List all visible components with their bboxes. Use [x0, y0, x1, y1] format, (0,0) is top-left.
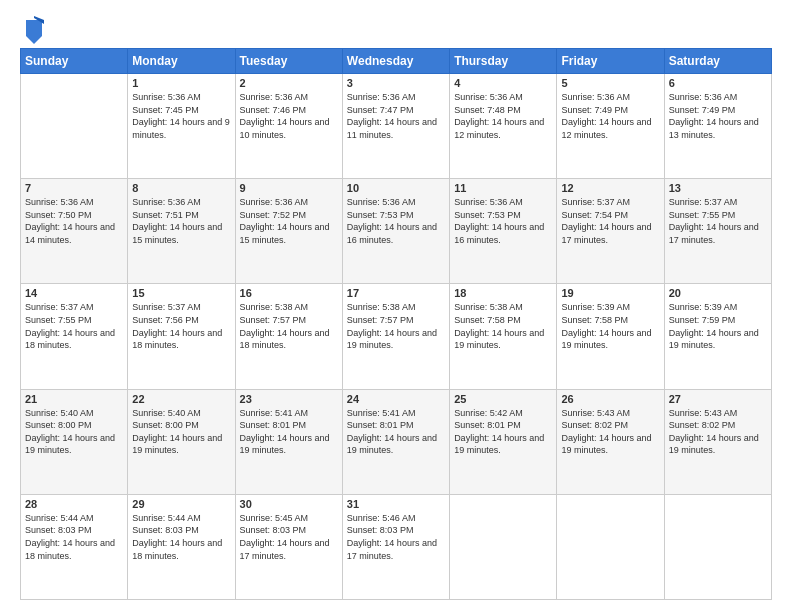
day-number: 17: [347, 287, 445, 299]
day-info: Sunrise: 5:40 AMSunset: 8:00 PMDaylight:…: [132, 408, 222, 456]
day-number: 12: [561, 182, 659, 194]
calendar-week-row: 14Sunrise: 5:37 AMSunset: 7:55 PMDayligh…: [21, 284, 772, 389]
day-info: Sunrise: 5:43 AMSunset: 8:02 PMDaylight:…: [669, 408, 759, 456]
day-number: 30: [240, 498, 338, 510]
day-info: Sunrise: 5:41 AMSunset: 8:01 PMDaylight:…: [347, 408, 437, 456]
calendar-cell: 24Sunrise: 5:41 AMSunset: 8:01 PMDayligh…: [342, 389, 449, 494]
day-number: 5: [561, 77, 659, 89]
calendar-cell: 5Sunrise: 5:36 AMSunset: 7:49 PMDaylight…: [557, 74, 664, 179]
day-info: Sunrise: 5:37 AMSunset: 7:56 PMDaylight:…: [132, 302, 222, 350]
calendar-cell: 7Sunrise: 5:36 AMSunset: 7:50 PMDaylight…: [21, 179, 128, 284]
day-number: 19: [561, 287, 659, 299]
day-number: 20: [669, 287, 767, 299]
calendar-cell: 28Sunrise: 5:44 AMSunset: 8:03 PMDayligh…: [21, 494, 128, 599]
calendar-cell: 6Sunrise: 5:36 AMSunset: 7:49 PMDaylight…: [664, 74, 771, 179]
day-info: Sunrise: 5:39 AMSunset: 7:59 PMDaylight:…: [669, 302, 759, 350]
day-info: Sunrise: 5:44 AMSunset: 8:03 PMDaylight:…: [25, 513, 115, 561]
day-info: Sunrise: 5:41 AMSunset: 8:01 PMDaylight:…: [240, 408, 330, 456]
day-info: Sunrise: 5:36 AMSunset: 7:51 PMDaylight:…: [132, 197, 222, 245]
calendar-cell: 29Sunrise: 5:44 AMSunset: 8:03 PMDayligh…: [128, 494, 235, 599]
col-friday: Friday: [557, 49, 664, 74]
calendar-cell: 11Sunrise: 5:36 AMSunset: 7:53 PMDayligh…: [450, 179, 557, 284]
calendar-cell: 27Sunrise: 5:43 AMSunset: 8:02 PMDayligh…: [664, 389, 771, 494]
calendar-cell: [450, 494, 557, 599]
logo: [20, 20, 46, 44]
calendar-cell: [557, 494, 664, 599]
col-monday: Monday: [128, 49, 235, 74]
day-info: Sunrise: 5:36 AMSunset: 7:46 PMDaylight:…: [240, 92, 330, 140]
day-info: Sunrise: 5:44 AMSunset: 8:03 PMDaylight:…: [132, 513, 222, 561]
day-number: 24: [347, 393, 445, 405]
calendar-cell: 12Sunrise: 5:37 AMSunset: 7:54 PMDayligh…: [557, 179, 664, 284]
day-info: Sunrise: 5:36 AMSunset: 7:52 PMDaylight:…: [240, 197, 330, 245]
calendar-cell: 1Sunrise: 5:36 AMSunset: 7:45 PMDaylight…: [128, 74, 235, 179]
day-number: 22: [132, 393, 230, 405]
page: Sunday Monday Tuesday Wednesday Thursday…: [0, 0, 792, 612]
calendar-week-row: 7Sunrise: 5:36 AMSunset: 7:50 PMDaylight…: [21, 179, 772, 284]
logo-icon: [22, 16, 46, 44]
day-info: Sunrise: 5:36 AMSunset: 7:49 PMDaylight:…: [561, 92, 651, 140]
day-info: Sunrise: 5:38 AMSunset: 7:57 PMDaylight:…: [240, 302, 330, 350]
day-info: Sunrise: 5:36 AMSunset: 7:50 PMDaylight:…: [25, 197, 115, 245]
calendar-cell: 31Sunrise: 5:46 AMSunset: 8:03 PMDayligh…: [342, 494, 449, 599]
calendar-cell: 30Sunrise: 5:45 AMSunset: 8:03 PMDayligh…: [235, 494, 342, 599]
col-sunday: Sunday: [21, 49, 128, 74]
calendar-cell: 18Sunrise: 5:38 AMSunset: 7:58 PMDayligh…: [450, 284, 557, 389]
day-info: Sunrise: 5:38 AMSunset: 7:57 PMDaylight:…: [347, 302, 437, 350]
day-info: Sunrise: 5:40 AMSunset: 8:00 PMDaylight:…: [25, 408, 115, 456]
calendar-cell: 13Sunrise: 5:37 AMSunset: 7:55 PMDayligh…: [664, 179, 771, 284]
day-info: Sunrise: 5:36 AMSunset: 7:47 PMDaylight:…: [347, 92, 437, 140]
calendar-week-row: 1Sunrise: 5:36 AMSunset: 7:45 PMDaylight…: [21, 74, 772, 179]
day-info: Sunrise: 5:39 AMSunset: 7:58 PMDaylight:…: [561, 302, 651, 350]
day-info: Sunrise: 5:43 AMSunset: 8:02 PMDaylight:…: [561, 408, 651, 456]
calendar-week-row: 28Sunrise: 5:44 AMSunset: 8:03 PMDayligh…: [21, 494, 772, 599]
day-number: 6: [669, 77, 767, 89]
day-info: Sunrise: 5:37 AMSunset: 7:54 PMDaylight:…: [561, 197, 651, 245]
calendar-header-row: Sunday Monday Tuesday Wednesday Thursday…: [21, 49, 772, 74]
day-number: 27: [669, 393, 767, 405]
day-number: 21: [25, 393, 123, 405]
day-info: Sunrise: 5:46 AMSunset: 8:03 PMDaylight:…: [347, 513, 437, 561]
calendar-cell: 20Sunrise: 5:39 AMSunset: 7:59 PMDayligh…: [664, 284, 771, 389]
calendar-cell: 8Sunrise: 5:36 AMSunset: 7:51 PMDaylight…: [128, 179, 235, 284]
day-number: 2: [240, 77, 338, 89]
day-number: 7: [25, 182, 123, 194]
calendar-cell: 25Sunrise: 5:42 AMSunset: 8:01 PMDayligh…: [450, 389, 557, 494]
day-info: Sunrise: 5:37 AMSunset: 7:55 PMDaylight:…: [669, 197, 759, 245]
day-info: Sunrise: 5:38 AMSunset: 7:58 PMDaylight:…: [454, 302, 544, 350]
day-number: 23: [240, 393, 338, 405]
day-number: 16: [240, 287, 338, 299]
calendar-cell: 3Sunrise: 5:36 AMSunset: 7:47 PMDaylight…: [342, 74, 449, 179]
day-number: 28: [25, 498, 123, 510]
calendar-cell: 10Sunrise: 5:36 AMSunset: 7:53 PMDayligh…: [342, 179, 449, 284]
day-number: 31: [347, 498, 445, 510]
day-number: 26: [561, 393, 659, 405]
day-info: Sunrise: 5:42 AMSunset: 8:01 PMDaylight:…: [454, 408, 544, 456]
calendar-cell: 2Sunrise: 5:36 AMSunset: 7:46 PMDaylight…: [235, 74, 342, 179]
day-info: Sunrise: 5:37 AMSunset: 7:55 PMDaylight:…: [25, 302, 115, 350]
day-number: 15: [132, 287, 230, 299]
calendar-cell: 9Sunrise: 5:36 AMSunset: 7:52 PMDaylight…: [235, 179, 342, 284]
col-saturday: Saturday: [664, 49, 771, 74]
col-wednesday: Wednesday: [342, 49, 449, 74]
calendar-cell: 16Sunrise: 5:38 AMSunset: 7:57 PMDayligh…: [235, 284, 342, 389]
day-number: 3: [347, 77, 445, 89]
day-number: 4: [454, 77, 552, 89]
day-number: 29: [132, 498, 230, 510]
day-number: 8: [132, 182, 230, 194]
header: [20, 16, 772, 44]
calendar-cell: 17Sunrise: 5:38 AMSunset: 7:57 PMDayligh…: [342, 284, 449, 389]
day-number: 18: [454, 287, 552, 299]
calendar-cell: 21Sunrise: 5:40 AMSunset: 8:00 PMDayligh…: [21, 389, 128, 494]
day-info: Sunrise: 5:36 AMSunset: 7:45 PMDaylight:…: [132, 92, 230, 140]
col-thursday: Thursday: [450, 49, 557, 74]
day-number: 13: [669, 182, 767, 194]
calendar-week-row: 21Sunrise: 5:40 AMSunset: 8:00 PMDayligh…: [21, 389, 772, 494]
calendar-cell: 23Sunrise: 5:41 AMSunset: 8:01 PMDayligh…: [235, 389, 342, 494]
day-info: Sunrise: 5:36 AMSunset: 7:53 PMDaylight:…: [454, 197, 544, 245]
col-tuesday: Tuesday: [235, 49, 342, 74]
calendar-cell: [21, 74, 128, 179]
calendar-cell: 26Sunrise: 5:43 AMSunset: 8:02 PMDayligh…: [557, 389, 664, 494]
calendar-cell: [664, 494, 771, 599]
day-number: 25: [454, 393, 552, 405]
